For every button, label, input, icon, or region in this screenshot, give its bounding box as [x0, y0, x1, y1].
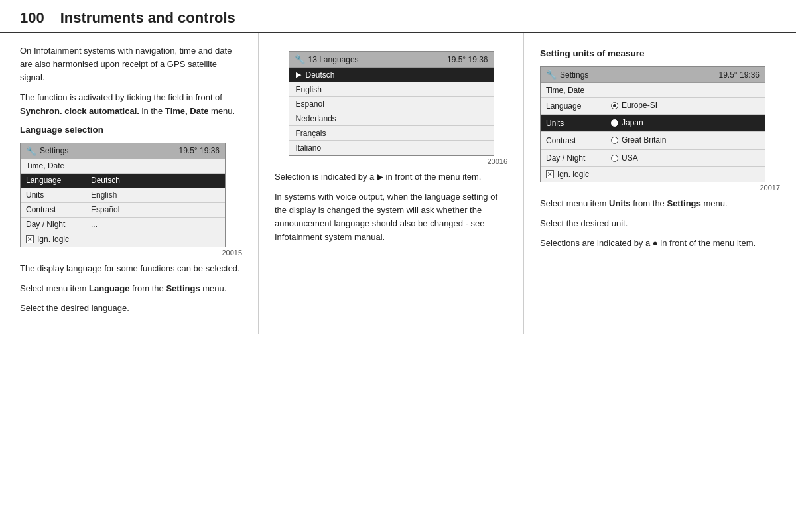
- intro-text: On Infotainment systems with navigation,…: [20, 44, 242, 84]
- desc1: The display language for some functions …: [20, 262, 242, 275]
- units-row-language: Language Europe-SI: [541, 98, 765, 115]
- middle-desc1: Selection is indicated by a ▶ in front o…: [275, 170, 507, 184]
- ign-checkbox-2: ✕: [546, 170, 554, 178]
- page-number: 100: [20, 9, 44, 27]
- lang-row-nederlands: Nederlands: [289, 111, 494, 126]
- units-row-units: Units Japan: [541, 115, 765, 132]
- screen1-row-ign: ✕ Ign. logic: [21, 232, 225, 247]
- units-section-heading: Setting units of measure: [540, 48, 780, 58]
- radio-gb: [611, 137, 618, 144]
- screen1-header-time: 19.5° 19:36: [178, 146, 220, 155]
- ign-label-2: Ign. logic: [557, 170, 589, 179]
- screen1-header-label: Settings: [40, 146, 68, 155]
- screen3-header: 🔧 Settings 19.5° 19:36: [541, 67, 765, 83]
- wrench-icon-2: 🔧: [295, 54, 305, 64]
- screen2-header-label: 13 Languages: [308, 55, 359, 64]
- screen1-header: 🔧 Settings 19.5° 19:36: [21, 143, 225, 159]
- lang-row-francais: Français: [289, 126, 494, 141]
- screen1-row-daynight: Day / Night ...: [21, 218, 225, 232]
- ign-label: Ign. logic: [37, 235, 69, 244]
- caption3: 20017: [540, 184, 780, 192]
- screen3-header-label: Settings: [560, 70, 588, 80]
- units-row-daynight: Day / Night USA: [541, 150, 765, 167]
- right-desc2: Select the desired unit.: [540, 217, 780, 230]
- caption2: 20016: [275, 157, 507, 165]
- units-row-ign: ✕ Ign. logic: [541, 167, 765, 182]
- screen1-row-contrast: Contrast Español: [21, 203, 225, 218]
- units-row-timedate: Time, Date: [541, 83, 765, 98]
- lang-row-italiano: Italiano: [289, 141, 494, 155]
- activation-text: The function is activated by ticking the…: [20, 91, 242, 117]
- page-header: 100 Instruments and controls: [0, 0, 796, 33]
- settings-screen-1: 🔧 Settings 19.5° 19:36 Time, Date Langua…: [20, 143, 226, 247]
- radio-europe-si: [611, 102, 618, 109]
- units-row-contrast: Contrast Great Britain: [541, 132, 765, 149]
- lang-arrow-deutsch: ▶: [296, 70, 301, 79]
- wrench-icon-3: 🔧: [546, 70, 557, 80]
- content-area: On Infotainment systems with navigation,…: [0, 33, 796, 334]
- screen1-row-timedate: Time, Date: [21, 159, 225, 174]
- language-selection-heading: Language selection: [20, 125, 242, 135]
- caption1: 20015: [20, 249, 242, 257]
- desc2: Select menu item Language from the Setti…: [20, 282, 242, 295]
- languages-screen: 🔧 13 Languages 19.5° 19:36 ▶ Deutsch Eng…: [289, 51, 494, 156]
- col-right: Setting units of measure 🔧 Settings 19.5…: [524, 33, 796, 334]
- radio-usa: [611, 155, 618, 162]
- wrench-icon: 🔧: [26, 146, 36, 156]
- units-screen: 🔧 Settings 19.5° 19:36 Time, Date Langua…: [540, 66, 765, 182]
- lang-row-espanol: Español: [289, 97, 494, 111]
- radio-japan: [611, 119, 618, 127]
- screen3-header-time: 19.5° 19:36: [718, 70, 760, 80]
- screen1-row-language: Language Deutsch: [21, 174, 225, 188]
- desc3: Select the desired language.: [20, 302, 242, 315]
- lang-row-deutsch: ▶ Deutsch: [289, 68, 494, 82]
- lang-row-english: English: [289, 82, 494, 97]
- right-desc3: Selections are indicated by a ● in front…: [540, 237, 780, 250]
- screen2-header-time: 19.5° 19:36: [447, 55, 488, 64]
- ign-checkbox: ✕: [26, 235, 34, 243]
- right-desc1: Select menu item Units from the Settings…: [540, 197, 780, 210]
- screen1-row-units: Units English: [21, 188, 225, 203]
- col-left: On Infotainment systems with navigation,…: [0, 33, 259, 334]
- screen2-header: 🔧 13 Languages 19.5° 19:36: [289, 52, 494, 68]
- col-middle: 🔧 13 Languages 19.5° 19:36 ▶ Deutsch Eng…: [259, 33, 524, 334]
- page-title: Instruments and controls: [60, 9, 235, 27]
- middle-desc2: In systems with voice output, when the l…: [275, 190, 507, 244]
